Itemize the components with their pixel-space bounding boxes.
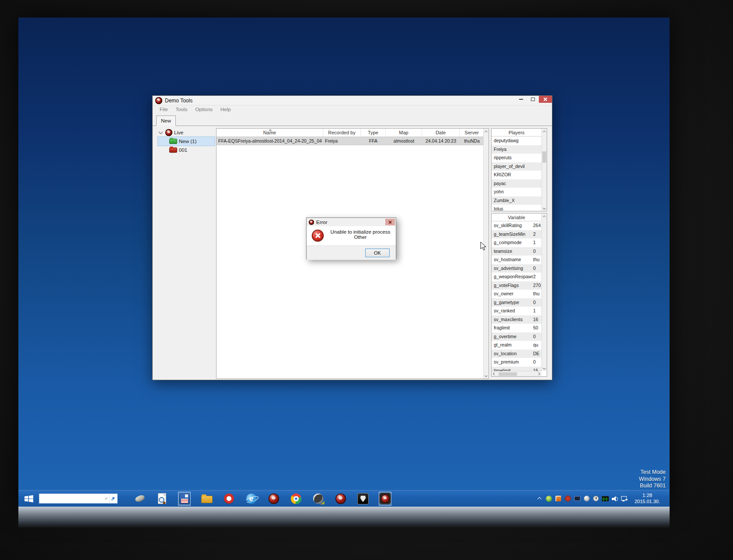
demo-row-selected[interactable]: FFA-EQSFreiya-almostlost-2014_04_24-20_2… (216, 137, 489, 145)
start-button[interactable] (21, 492, 36, 505)
title-bar[interactable]: Demo Tools (153, 96, 552, 105)
taskbar-item-quake-live[interactable] (267, 492, 280, 506)
tree-item-new[interactable]: New (1) (158, 137, 215, 146)
menu-item[interactable]: Options (192, 107, 216, 112)
menu-item[interactable]: File (156, 107, 171, 112)
taskbar-item-video-editor[interactable] (312, 492, 325, 506)
tray-cpu-meter-icon[interactable]: 00 (602, 495, 609, 502)
variable-row[interactable]: sv_owner thu (492, 290, 541, 298)
tray-red-app-icon[interactable] (564, 495, 571, 502)
menu-item[interactable]: Help (217, 107, 234, 112)
player-row[interactable]: yohn (492, 188, 541, 196)
scroll-thumb[interactable] (542, 151, 546, 163)
variable-row[interactable]: teamsize 0 (492, 247, 541, 256)
tree-item-001[interactable]: 001 (158, 146, 215, 154)
volume-icon[interactable] (611, 495, 618, 502)
player-row[interactable]: deputydawg (492, 136, 541, 145)
tray-ball-app-icon[interactable] (583, 495, 590, 502)
close-button[interactable] (539, 96, 552, 103)
column-header-recorded-by[interactable]: Recorded by (323, 129, 361, 136)
variable-value: 16 (533, 315, 541, 324)
scroll-up-arrow[interactable] (484, 129, 489, 134)
refresh-icon[interactable] (111, 496, 115, 500)
variable-row[interactable]: g_voteFlags 270 (492, 281, 541, 290)
player-row[interactable]: KRIZOR (492, 171, 541, 179)
scroll-up-arrow[interactable] (542, 214, 547, 219)
players-panel: Players deputydawgFreiyaripperutsplayer_… (491, 128, 547, 211)
menu-item[interactable]: Tools (172, 107, 191, 112)
search-input[interactable] (39, 494, 105, 503)
column-header-map[interactable]: Map (386, 129, 422, 136)
players-header[interactable]: Players (492, 129, 541, 136)
player-row[interactable]: Freiya (492, 145, 541, 154)
tree-item-live[interactable]: Live (158, 128, 215, 137)
window-title: Demo Tools (165, 98, 192, 104)
tray-clock-app-icon[interactable] (593, 495, 600, 502)
variable-row[interactable]: g_weaponRespawn 2 (492, 273, 541, 281)
scroll-left-arrow[interactable] (492, 371, 497, 376)
maximize-button[interactable] (527, 96, 539, 103)
variable-row[interactable]: sv_premium 0 (492, 358, 541, 367)
taskbar-item-internet-explorer[interactable]: e (245, 492, 258, 506)
ok-button[interactable]: OK (365, 248, 390, 257)
player-row[interactable]: lolus (492, 205, 541, 211)
tab-new[interactable]: New (156, 116, 176, 126)
variable-row[interactable]: sv_ranked 1 (492, 307, 541, 315)
column-header-type[interactable]: Type (361, 129, 386, 136)
variable-row[interactable]: sv_hostname thu (492, 256, 541, 264)
scroll-up-arrow[interactable] (542, 129, 547, 134)
minimize-button[interactable] (515, 96, 527, 103)
variable-row[interactable]: g_teamSizeMin 2 (492, 230, 541, 239)
variable-value: 264 (533, 221, 541, 230)
variable-row[interactable]: sv_skillRating 264 (492, 221, 541, 230)
taskbar-item-demo-tools[interactable] (379, 492, 391, 506)
scroll-down-arrow[interactable] (484, 373, 489, 378)
scroll-down-arrow[interactable] (542, 205, 547, 211)
scroll-right-arrow[interactable] (536, 371, 541, 376)
dialog-title-bar[interactable]: Error (307, 218, 396, 226)
taskbar-item-opera[interactable] (223, 492, 235, 506)
taskbar-item-quake-live-2[interactable] (334, 492, 347, 506)
tray-orange-app-icon[interactable] (555, 495, 562, 502)
taskbar-item-skull-game[interactable] (356, 492, 369, 506)
variable-row[interactable]: timelimit 15 (492, 367, 541, 371)
taskbar-item-folder[interactable] (200, 492, 213, 506)
player-row[interactable]: ripperuts (492, 154, 541, 162)
variable-row[interactable]: sv_advertising 0 (492, 264, 541, 273)
dialog-close-button[interactable] (385, 219, 395, 225)
taskbar-item-floppy-save[interactable] (178, 492, 191, 506)
variables-horizontal-scrollbar[interactable] (492, 371, 541, 376)
taskbar-item-gray-tool[interactable] (133, 492, 146, 506)
variable-row[interactable]: sv_location DE (492, 350, 541, 358)
scroll-down-arrow[interactable] (542, 365, 547, 371)
taskbar-clock[interactable]: 1:28 2015.01.30. (631, 493, 663, 504)
tray-monitor-app-icon[interactable] (574, 495, 581, 502)
watermark-line: Build 7601 (639, 483, 666, 490)
taskbar-item-chrome[interactable] (290, 492, 302, 506)
player-name: payac (494, 181, 506, 186)
player-row[interactable]: player_of_devil (492, 162, 541, 171)
taskbar-item-document-search[interactable] (156, 492, 168, 506)
show-hidden-icons-button[interactable] (536, 495, 543, 502)
player-row[interactable]: Zumble_X (492, 196, 541, 205)
variables-header[interactable]: Variable (492, 214, 541, 221)
variable-row[interactable]: g_compmode 1 (492, 238, 541, 247)
variable-row[interactable]: fraglimit 50 (492, 324, 541, 332)
tray-antivirus-icon[interactable] (545, 495, 552, 502)
variable-row[interactable]: g_overtime 0 (492, 332, 541, 341)
search-run-box[interactable] (39, 494, 118, 504)
table-vertical-scrollbar[interactable] (483, 129, 489, 378)
column-header-name[interactable]: Name (216, 129, 323, 136)
variable-row[interactable]: sv_maxclients 16 (492, 315, 541, 324)
variable-row[interactable]: gt_realm qu (492, 341, 541, 350)
variable-row[interactable]: g_gametype 0 (492, 298, 541, 307)
chevron-down-icon[interactable] (105, 497, 108, 500)
network-icon[interactable] (621, 495, 628, 502)
chevron-down-icon[interactable] (159, 130, 163, 134)
player-row[interactable]: payac (492, 179, 541, 188)
players-scrollbar[interactable] (541, 129, 547, 211)
column-header-date[interactable]: Date (422, 129, 460, 136)
column-header-server[interactable]: Server (460, 129, 484, 136)
scroll-thumb[interactable] (499, 372, 517, 376)
variables-vertical-scrollbar[interactable] (541, 214, 547, 371)
